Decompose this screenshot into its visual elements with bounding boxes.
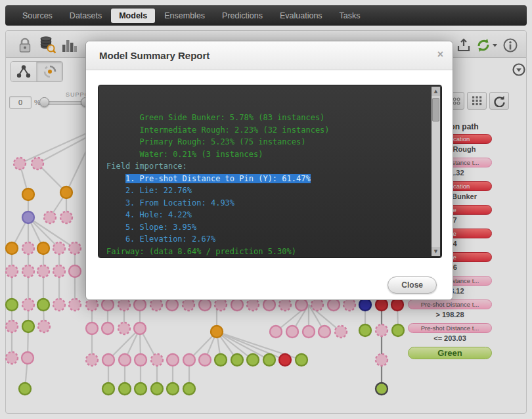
terminal-scrollbar[interactable]: ▲ ▼ bbox=[432, 87, 440, 256]
terminal-line: · 15.79%: From Location != Primary Rough… bbox=[106, 257, 441, 258]
model-summary-terminal: Green Side Bunker: 5.78% (83 instances) … bbox=[98, 85, 442, 258]
terminal-line: 3. From Location: 4.93% bbox=[106, 197, 441, 210]
terminal-line: Green Side Bunker: 5.78% (83 instances) bbox=[106, 112, 441, 124]
model-summary-modal: Model Summary Report × Green Side Bunker… bbox=[85, 41, 453, 300]
terminal-line: 6. Elevation: 2.67% bbox=[106, 233, 441, 246]
scroll-up-arrow[interactable]: ▲ bbox=[432, 87, 440, 96]
close-button[interactable]: Close bbox=[388, 276, 437, 294]
scroll-down-arrow[interactable]: ▼ bbox=[432, 247, 440, 256]
terminal-line: Intermediate Rough: 2.23% (32 instances) bbox=[106, 124, 441, 137]
terminal-line: Fairway: (data 8.64% / prediction 5.30%) bbox=[106, 246, 441, 258]
modal-close-icon[interactable]: × bbox=[437, 49, 443, 60]
terminal-line: Primary Rough: 5.23% (75 instances) bbox=[106, 136, 441, 148]
terminal-content: Green Side Bunker: 5.78% (83 instances) … bbox=[106, 112, 441, 258]
terminal-line: Field importance: bbox=[106, 160, 441, 173]
terminal-line: 5. Slope: 3.95% bbox=[106, 221, 441, 234]
modal-title: Model Summary Report bbox=[99, 50, 210, 61]
scrollbar-thumb[interactable] bbox=[432, 98, 439, 121]
terminal-line: Water: 0.21% (3 instances) bbox=[106, 148, 441, 161]
terminal-line: 2. Lie: 22.76% bbox=[106, 185, 441, 197]
terminal-line: 1. Pre-shot Distance to Pin (Y): 61.47% bbox=[106, 173, 441, 185]
terminal-line: 4. Hole: 4.22% bbox=[106, 209, 441, 221]
modal-header: Model Summary Report bbox=[86, 41, 453, 70]
